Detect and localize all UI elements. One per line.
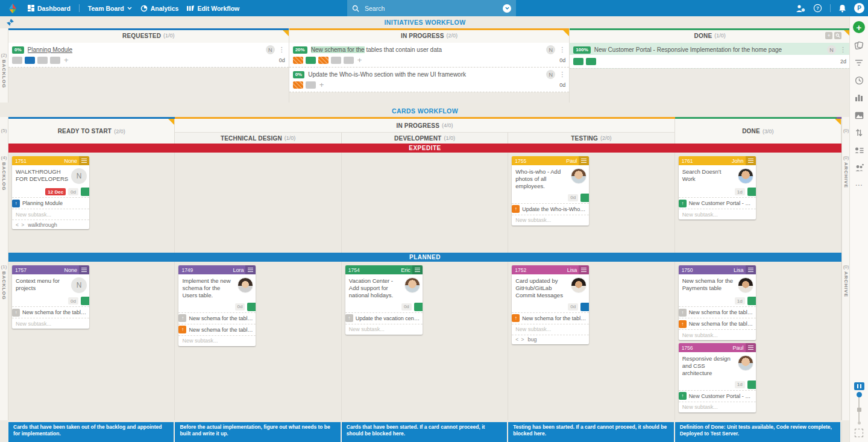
lane-header-planned[interactable]: PLANNED (8, 253, 841, 262)
zoom-slider-handle[interactable] (857, 408, 861, 412)
nav-edit-workflow[interactable]: Edit Workflow (187, 5, 239, 12)
nav-team-board[interactable]: Team Board (88, 5, 132, 12)
subtask-row[interactable]: ↑ New schema for the tables th... (679, 318, 756, 329)
column-search-icon[interactable] (834, 32, 841, 39)
lane-header-expedite[interactable]: EXPEDITE (8, 144, 841, 153)
notifications-bell-icon[interactable] (838, 4, 846, 13)
subtask-row[interactable]: ↑ New schema for the tables th... (512, 312, 589, 324)
new-subtask-input[interactable]: New subtask... (679, 402, 756, 412)
new-subtask-input[interactable]: New subtask... (679, 209, 756, 219)
initiative-title-link[interactable]: New Customer Portal - Responsive Impleme… (594, 46, 823, 53)
subtask-row[interactable]: ↑ New schema for the tables th... (178, 324, 256, 335)
column-header-technical-design[interactable]: TECHNICAL DESIGN (1/0) (175, 132, 341, 144)
card-1750[interactable]: 1750 Lisa New schema for the Payments ta… (679, 265, 756, 340)
subtask-row[interactable]: ↑ New schema for the tables th... (12, 306, 89, 318)
new-subtask-input[interactable]: New subtask... (512, 215, 589, 226)
new-subtask-input[interactable]: New subtask... (12, 209, 89, 219)
initiative-title-link[interactable]: Planning Module (28, 46, 262, 53)
tag-row[interactable]: < > bug (512, 335, 589, 344)
card-1757[interactable]: 1757 None Context menu for projects N 0d… (12, 265, 89, 329)
add-card-button[interactable]: + (853, 21, 865, 33)
zoom-out-dot[interactable] (858, 421, 861, 425)
initiative-title-link[interactable]: New schema for the tables that contain u… (311, 46, 543, 53)
initiative-row[interactable]: 0% Update the Who-is-Who section with th… (289, 68, 570, 92)
card-menu-icon[interactable] (746, 343, 756, 352)
search-bar[interactable] (347, 0, 516, 16)
fit-screen-button[interactable] (855, 429, 863, 437)
subtask-row[interactable]: ↑ Planning Module (12, 197, 89, 209)
sort-icon[interactable] (854, 127, 864, 138)
kebab-menu-icon[interactable]: ⋮ (840, 46, 846, 54)
card-1749[interactable]: 1749 Lora Implement the new schema for t… (178, 265, 256, 346)
column-header-done[interactable]: DONE (3/0) (675, 117, 841, 144)
new-subtask-input[interactable]: New subtask... (178, 335, 256, 346)
column-header-development[interactable]: DEVELOPMENT (1/0) (342, 132, 508, 144)
add-card-icon[interactable]: + (319, 81, 324, 89)
initiative-row[interactable]: 0% Planning Module N ⋮ + 0d (8, 43, 289, 68)
child-card-chip[interactable] (306, 57, 316, 64)
child-card-chip[interactable] (331, 57, 341, 64)
backlog-lane[interactable]: (1) BACKLOG (0, 262, 8, 420)
card-1761[interactable]: 1761 John Search Doesn't Work 1d ↑ New C… (679, 156, 756, 219)
assignees-icon[interactable] (854, 145, 864, 156)
board-backlog-strip[interactable]: (5) (0, 117, 8, 144)
card-1754[interactable]: 1754 Eric Vacation Center - Add support … (345, 265, 423, 335)
invite-users-icon[interactable] (854, 162, 864, 173)
subtask-row[interactable]: ↑ Update the Who-is-Who sectio... (512, 203, 589, 215)
add-card-icon[interactable]: + (357, 57, 362, 64)
search-input[interactable] (363, 4, 498, 13)
child-card-chip[interactable] (293, 57, 303, 64)
gallery-icon[interactable] (854, 110, 864, 121)
card-menu-icon[interactable] (579, 156, 589, 165)
card-menu-icon[interactable] (746, 156, 756, 165)
column-header-ready-to-start[interactable]: READY TO START (2/0) (8, 117, 175, 144)
app-logo-icon[interactable] (6, 2, 19, 14)
card-1755[interactable]: 1755 Paul Who-is-who - Add photos of all… (512, 156, 589, 226)
in-progress-super-header[interactable]: IN PROGRESS (4/0) (175, 119, 675, 132)
kebab-menu-icon[interactable]: ⋮ (278, 46, 285, 54)
user-settings-icon[interactable] (796, 4, 805, 13)
board-view-button[interactable] (854, 382, 864, 390)
card-1751[interactable]: 1751 None WALKTHROUGH FOR DEVELOPERS N 1… (12, 156, 89, 229)
user-avatar[interactable]: P (854, 3, 864, 13)
new-subtask-input[interactable]: New subtask... (512, 324, 589, 335)
add-card-icon[interactable]: + (64, 57, 69, 64)
column-header-testing[interactable]: TESTING (2/0) (508, 132, 675, 144)
card-menu-icon[interactable] (579, 265, 589, 274)
subtask-row[interactable]: ↑ Update the vacation center in ... (345, 312, 423, 324)
child-card-chip[interactable] (12, 57, 22, 64)
child-card-chip[interactable] (293, 81, 303, 89)
child-card-chip[interactable] (344, 57, 354, 64)
initiative-title-link[interactable]: Update the Who-is-Who section with the n… (308, 71, 542, 78)
backlog-lane[interactable]: (4) BACKLOG (0, 153, 8, 253)
initiative-row[interactable]: 100% New Customer Portal - Responsive Im… (570, 43, 850, 69)
card-menu-icon[interactable] (79, 156, 89, 165)
new-subtask-input[interactable]: New subtask... (679, 329, 756, 340)
initiative-row[interactable]: 20% New schema for the tables that conta… (289, 43, 570, 68)
history-icon[interactable] (854, 75, 864, 86)
nav-analytics[interactable]: Analytics (140, 5, 179, 12)
subtask-row[interactable]: ↑ New Customer Portal - Respo... (679, 390, 756, 402)
subtask-row[interactable]: ↑ New schema for the tables th... (178, 312, 256, 324)
search-options-icon[interactable] (503, 4, 511, 13)
column-header-in-progress[interactable]: IN PROGRESS (2/0) (289, 28, 570, 43)
tag-row[interactable]: < > walkthrough (12, 219, 89, 229)
filter-icon[interactable] (854, 57, 864, 68)
archive-lane[interactable]: (0) ARCHIVE (841, 262, 850, 420)
zoom-in-handle[interactable] (857, 392, 862, 397)
column-header-requested[interactable]: REQUESTED (1/0) (8, 28, 289, 43)
card-menu-icon[interactable] (746, 265, 756, 274)
help-icon[interactable]: ? (813, 4, 822, 13)
card-menu-icon[interactable] (245, 265, 256, 274)
kebab-menu-icon[interactable]: ⋮ (559, 71, 565, 78)
card-1752[interactable]: 1752 Lisa Card updated by GitHub/GitLab … (512, 265, 589, 344)
kebab-menu-icon[interactable]: ⋮ (559, 46, 565, 54)
child-card-chip[interactable] (306, 81, 316, 89)
child-card-chip[interactable] (586, 58, 596, 65)
new-subtask-input[interactable]: New subtask... (345, 324, 423, 335)
child-card-chip[interactable] (318, 57, 329, 64)
more-icon[interactable]: ⋯ (854, 180, 864, 191)
column-header-done[interactable]: DONE (1/0) + (570, 28, 850, 43)
collapse-column-icon[interactable]: + (825, 32, 832, 39)
analytics-icon[interactable] (854, 92, 864, 103)
